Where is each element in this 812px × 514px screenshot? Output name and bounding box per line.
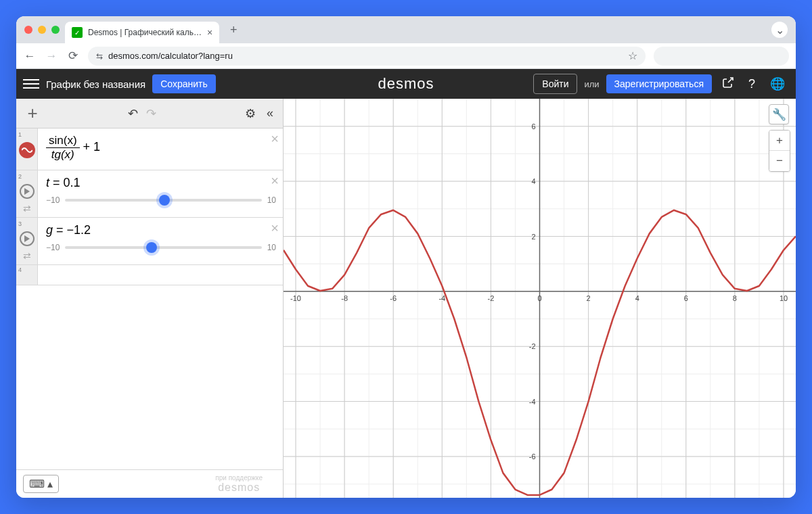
app-header: График без названия Сохранить desmos Вой…	[16, 69, 796, 99]
expression-index: 1	[18, 131, 22, 138]
slider-thumb[interactable]	[146, 242, 157, 253]
save-button[interactable]: Сохранить	[152, 74, 216, 93]
delete-expression-icon[interactable]: ×	[271, 131, 279, 147]
graph-canvas[interactable]: -10-8-6-4-20246810-6-4-2246 🔧 + −	[284, 99, 796, 498]
slider-thumb[interactable]	[159, 195, 170, 206]
delete-expression-icon[interactable]: ×	[271, 220, 279, 236]
slider-min[interactable]: −10	[46, 195, 60, 205]
svg-text:-6: -6	[529, 452, 536, 461]
address-bar[interactable]: ⇆ desmos.com/calculator?lang=ru ☆	[88, 47, 646, 66]
function-color-icon[interactable]	[19, 142, 35, 158]
svg-text:10: 10	[780, 294, 788, 302]
new-tab-button[interactable]: +	[225, 23, 243, 37]
desmos-logo: desmos	[378, 75, 434, 93]
svg-text:0: 0	[537, 294, 541, 302]
bookmark-icon[interactable]: ☆	[628, 49, 637, 62]
slider-formula[interactable]: t = 0.1	[46, 176, 81, 189]
slider-max[interactable]: 10	[267, 243, 276, 252]
minimize-window-icon[interactable]	[38, 26, 46, 34]
svg-text:6: 6	[531, 122, 535, 131]
expression-index: 2	[18, 173, 22, 180]
reload-button[interactable]: ⟳	[66, 49, 80, 63]
expression-list: 1 × sin(x)tg(x) + 1 2	[16, 128, 283, 469]
play-slider-icon[interactable]	[20, 184, 35, 199]
language-icon[interactable]: 🌐	[766, 76, 789, 91]
help-icon[interactable]: ?	[744, 77, 759, 91]
tabs-dropdown-icon[interactable]: ⌄	[771, 22, 788, 38]
svg-text:-2: -2	[488, 294, 495, 302]
svg-text:2: 2	[531, 232, 535, 240]
register-button[interactable]: Зарегистрироваться	[606, 74, 712, 93]
svg-text:-4: -4	[529, 398, 536, 406]
powered-by: при поддержкеdesmos	[215, 474, 263, 494]
slider-formula[interactable]: g = −1.2	[46, 223, 91, 237]
redo-button[interactable]: ↷	[142, 106, 160, 121]
svg-text:-2: -2	[529, 342, 536, 350]
expression-index: 4	[18, 266, 22, 273]
svg-text:4: 4	[531, 177, 535, 185]
expression-row-empty[interactable]: 4	[16, 265, 283, 285]
favicon-icon: ✓	[72, 27, 83, 38]
loop-icon[interactable]: ⇄	[23, 203, 31, 214]
tab-title: Desmos | Графический каль…	[88, 28, 202, 37]
svg-text:-4: -4	[438, 294, 445, 302]
zoom-out-button[interactable]: −	[769, 151, 790, 171]
svg-text:6: 6	[684, 294, 688, 302]
add-expression-button[interactable]: +	[20, 103, 45, 124]
graph-title[interactable]: График без названия	[46, 78, 145, 90]
browser-toolbar: ← → ⟳ ⇆ desmos.com/calculator?lang=ru ☆	[16, 43, 796, 69]
url-text: desmos.com/calculator?lang=ru	[108, 51, 233, 61]
undo-button[interactable]: ↶	[124, 106, 142, 121]
keyboard-toggle[interactable]: ⌨ ▴	[23, 475, 59, 493]
delete-expression-icon[interactable]: ×	[271, 173, 279, 189]
graph-tools: 🔧 + −	[769, 104, 790, 172]
collapse-panel-icon[interactable]: «	[261, 106, 279, 120]
play-slider-icon[interactable]	[20, 231, 35, 246]
forward-button[interactable]: →	[45, 49, 58, 63]
login-button[interactable]: Войти	[533, 74, 577, 94]
expression-row[interactable]: 2 ⇄ × t = 0.1 −10 10	[16, 170, 283, 218]
svg-text:-10: -10	[290, 294, 301, 302]
expression-toolbar: + ↶ ↷ ⚙ «	[16, 99, 283, 128]
svg-text:2: 2	[587, 294, 591, 302]
expression-formula[interactable]: sin(x)tg(x) + 1	[46, 140, 100, 154]
expression-row[interactable]: 1 × sin(x)tg(x) + 1	[16, 128, 283, 170]
loop-icon[interactable]: ⇄	[23, 250, 31, 261]
menu-button[interactable]	[23, 76, 39, 92]
window-controls	[24, 26, 60, 34]
slider-track[interactable]	[65, 246, 261, 249]
svg-text:8: 8	[733, 294, 737, 302]
settings-icon[interactable]: ⚙	[240, 106, 261, 121]
back-button[interactable]: ←	[23, 49, 37, 63]
close-window-icon[interactable]	[24, 26, 32, 34]
sidebar-footer: ⌨ ▴ при поддержкеdesmos	[16, 469, 283, 498]
zoom-in-button[interactable]: +	[769, 131, 790, 151]
tab-close-icon[interactable]: ×	[207, 27, 212, 38]
share-icon[interactable]	[719, 77, 738, 91]
svg-text:4: 4	[635, 294, 639, 302]
slider-max[interactable]: 10	[267, 195, 276, 205]
slider-track[interactable]	[65, 199, 261, 202]
svg-text:-8: -8	[341, 294, 348, 302]
browser-tab-strip: ✓ Desmos | Графический каль… × + ⌄	[16, 16, 796, 43]
or-label: или	[584, 79, 599, 89]
site-info-icon[interactable]: ⇆	[96, 51, 103, 61]
expression-index: 3	[18, 220, 22, 227]
expression-row[interactable]: 3 ⇄ × g = −1.2 −10 10	[16, 218, 283, 265]
expression-panel: + ↶ ↷ ⚙ « 1 ×	[16, 99, 284, 498]
extensions-area	[654, 47, 789, 66]
svg-text:-6: -6	[390, 294, 397, 302]
slider-min[interactable]: −10	[46, 243, 60, 252]
maximize-window-icon[interactable]	[51, 26, 60, 34]
browser-tab[interactable]: ✓ Desmos | Графический каль… ×	[65, 22, 219, 43]
wrench-icon[interactable]: 🔧	[769, 104, 789, 124]
